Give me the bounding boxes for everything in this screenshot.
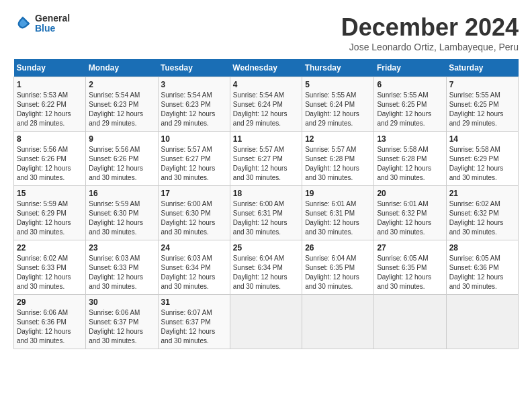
day-content: Sunrise: 6:06 AMSunset: 6:37 PMDaylight:…	[89, 308, 154, 346]
day-number: 7	[449, 80, 515, 89]
day-content: Sunrise: 6:07 AMSunset: 6:37 PMDaylight:…	[161, 308, 227, 346]
day-content: Sunrise: 5:54 AMSunset: 6:23 PMDaylight:…	[89, 91, 154, 128]
day-content: Sunrise: 5:53 AMSunset: 6:22 PMDaylight:…	[17, 91, 83, 128]
day-number: 8	[17, 134, 83, 144]
day-content: Sunrise: 6:03 AMSunset: 6:33 PMDaylight:…	[89, 254, 154, 291]
day-content: Sunrise: 5:56 AMSunset: 6:26 PMDaylight:…	[17, 145, 83, 183]
calendar-day: 30Sunrise: 6:06 AMSunset: 6:37 PMDayligh…	[86, 295, 158, 349]
logo-general-text: General	[35, 13, 70, 24]
day-content: Sunrise: 6:04 AMSunset: 6:35 PMDaylight:…	[305, 254, 371, 291]
calendar-day	[230, 295, 302, 349]
calendar-week-row: 22Sunrise: 6:02 AMSunset: 6:33 PMDayligh…	[14, 240, 519, 295]
logo-blue-text: Blue	[35, 24, 70, 34]
day-number: 6	[377, 80, 443, 89]
calendar-day: 25Sunrise: 6:04 AMSunset: 6:34 PMDayligh…	[230, 240, 302, 295]
logo-text: General Blue	[35, 13, 70, 34]
calendar-day: 13Sunrise: 5:58 AMSunset: 6:28 PMDayligh…	[374, 132, 446, 186]
day-content: Sunrise: 5:58 AMSunset: 6:28 PMDaylight:…	[377, 145, 443, 183]
calendar-day: 1Sunrise: 5:53 AMSunset: 6:22 PMDaylight…	[14, 77, 86, 132]
calendar-day: 28Sunrise: 6:05 AMSunset: 6:36 PMDayligh…	[446, 240, 518, 295]
calendar-day: 22Sunrise: 6:02 AMSunset: 6:33 PMDayligh…	[14, 240, 86, 295]
calendar-day: 2Sunrise: 5:54 AMSunset: 6:23 PMDaylight…	[86, 77, 158, 132]
day-number: 29	[17, 298, 83, 307]
calendar-day: 20Sunrise: 6:01 AMSunset: 6:32 PMDayligh…	[374, 186, 446, 240]
day-content: Sunrise: 5:57 AMSunset: 6:28 PMDaylight:…	[305, 145, 371, 183]
day-content: Sunrise: 5:55 AMSunset: 6:24 PMDaylight:…	[305, 91, 371, 128]
column-header-wednesday: Wednesday	[230, 59, 302, 77]
calendar-day: 19Sunrise: 6:01 AMSunset: 6:31 PMDayligh…	[302, 186, 374, 240]
day-content: Sunrise: 5:57 AMSunset: 6:27 PMDaylight:…	[233, 145, 299, 183]
day-content: Sunrise: 6:02 AMSunset: 6:33 PMDaylight:…	[17, 254, 83, 291]
calendar-day: 5Sunrise: 5:55 AMSunset: 6:24 PMDaylight…	[302, 77, 374, 132]
calendar-day: 4Sunrise: 5:54 AMSunset: 6:24 PMDaylight…	[230, 77, 302, 132]
column-header-thursday: Thursday	[302, 59, 374, 77]
day-number: 22	[17, 243, 83, 253]
day-number: 17	[161, 189, 227, 198]
calendar-table: SundayMondayTuesdayWednesdayThursdayFrid…	[13, 59, 519, 349]
day-content: Sunrise: 5:59 AMSunset: 6:30 PMDaylight:…	[89, 199, 154, 237]
day-number: 30	[89, 298, 154, 307]
day-content: Sunrise: 6:01 AMSunset: 6:32 PMDaylight:…	[377, 199, 443, 237]
calendar-day	[374, 295, 446, 349]
day-content: Sunrise: 5:55 AMSunset: 6:25 PMDaylight:…	[377, 91, 443, 128]
calendar-day: 10Sunrise: 5:57 AMSunset: 6:27 PMDayligh…	[158, 132, 230, 186]
calendar-day: 9Sunrise: 5:56 AMSunset: 6:26 PMDaylight…	[86, 132, 158, 186]
day-number: 10	[161, 134, 227, 144]
day-content: Sunrise: 5:55 AMSunset: 6:25 PMDaylight:…	[449, 91, 515, 128]
calendar-day	[302, 295, 374, 349]
calendar-day: 26Sunrise: 6:04 AMSunset: 6:35 PMDayligh…	[302, 240, 374, 295]
day-number: 27	[377, 243, 443, 253]
calendar-day: 8Sunrise: 5:56 AMSunset: 6:26 PMDaylight…	[14, 132, 86, 186]
day-number: 2	[89, 80, 154, 89]
month-title: December 2024	[341, 13, 519, 42]
logo-icon	[13, 14, 32, 33]
calendar-week-row: 1Sunrise: 5:53 AMSunset: 6:22 PMDaylight…	[14, 77, 519, 132]
page-header: General Blue December 2024 Jose Leonardo…	[13, 13, 519, 52]
day-content: Sunrise: 5:57 AMSunset: 6:27 PMDaylight:…	[161, 145, 227, 183]
day-number: 31	[161, 298, 227, 307]
day-number: 18	[233, 189, 299, 198]
day-number: 23	[89, 243, 154, 253]
day-number: 25	[233, 243, 299, 253]
calendar-day: 6Sunrise: 5:55 AMSunset: 6:25 PMDaylight…	[374, 77, 446, 132]
day-content: Sunrise: 6:00 AMSunset: 6:30 PMDaylight:…	[161, 199, 227, 237]
column-header-tuesday: Tuesday	[158, 59, 230, 77]
calendar-day: 16Sunrise: 5:59 AMSunset: 6:30 PMDayligh…	[86, 186, 158, 240]
day-number: 19	[305, 189, 371, 198]
calendar-day: 23Sunrise: 6:03 AMSunset: 6:33 PMDayligh…	[86, 240, 158, 295]
day-content: Sunrise: 6:06 AMSunset: 6:36 PMDaylight:…	[17, 308, 83, 346]
day-content: Sunrise: 6:01 AMSunset: 6:31 PMDaylight:…	[305, 199, 371, 237]
calendar-day: 14Sunrise: 5:58 AMSunset: 6:29 PMDayligh…	[446, 132, 518, 186]
calendar-day	[446, 295, 518, 349]
header-row: SundayMondayTuesdayWednesdayThursdayFrid…	[14, 59, 519, 77]
day-content: Sunrise: 5:54 AMSunset: 6:23 PMDaylight:…	[161, 91, 227, 128]
day-number: 15	[17, 189, 83, 198]
calendar-day: 18Sunrise: 6:00 AMSunset: 6:31 PMDayligh…	[230, 186, 302, 240]
calendar-day: 29Sunrise: 6:06 AMSunset: 6:36 PMDayligh…	[14, 295, 86, 349]
day-content: Sunrise: 6:04 AMSunset: 6:34 PMDaylight:…	[233, 254, 299, 291]
column-header-saturday: Saturday	[446, 59, 518, 77]
day-number: 28	[449, 243, 515, 253]
calendar-week-row: 8Sunrise: 5:56 AMSunset: 6:26 PMDaylight…	[14, 132, 519, 186]
day-content: Sunrise: 6:00 AMSunset: 6:31 PMDaylight:…	[233, 199, 299, 237]
column-header-monday: Monday	[86, 59, 158, 77]
calendar-day: 12Sunrise: 5:57 AMSunset: 6:28 PMDayligh…	[302, 132, 374, 186]
calendar-day: 11Sunrise: 5:57 AMSunset: 6:27 PMDayligh…	[230, 132, 302, 186]
day-content: Sunrise: 5:58 AMSunset: 6:29 PMDaylight:…	[449, 145, 515, 183]
day-number: 24	[161, 243, 227, 253]
column-header-sunday: Sunday	[14, 59, 86, 77]
day-content: Sunrise: 5:54 AMSunset: 6:24 PMDaylight:…	[233, 91, 299, 128]
day-number: 12	[305, 134, 371, 144]
location-subtitle: Jose Leonardo Ortiz, Lambayeque, Peru	[341, 42, 519, 52]
calendar-day: 24Sunrise: 6:03 AMSunset: 6:34 PMDayligh…	[158, 240, 230, 295]
day-content: Sunrise: 6:03 AMSunset: 6:34 PMDaylight:…	[161, 254, 227, 291]
day-number: 11	[233, 134, 299, 144]
day-number: 5	[305, 80, 371, 89]
calendar-day: 15Sunrise: 5:59 AMSunset: 6:29 PMDayligh…	[14, 186, 86, 240]
calendar-day: 27Sunrise: 6:05 AMSunset: 6:35 PMDayligh…	[374, 240, 446, 295]
title-block: December 2024 Jose Leonardo Ortiz, Lamba…	[341, 13, 519, 52]
calendar-day: 7Sunrise: 5:55 AMSunset: 6:25 PMDaylight…	[446, 77, 518, 132]
calendar-day: 21Sunrise: 6:02 AMSunset: 6:32 PMDayligh…	[446, 186, 518, 240]
day-number: 9	[89, 134, 154, 144]
day-number: 20	[377, 189, 443, 198]
